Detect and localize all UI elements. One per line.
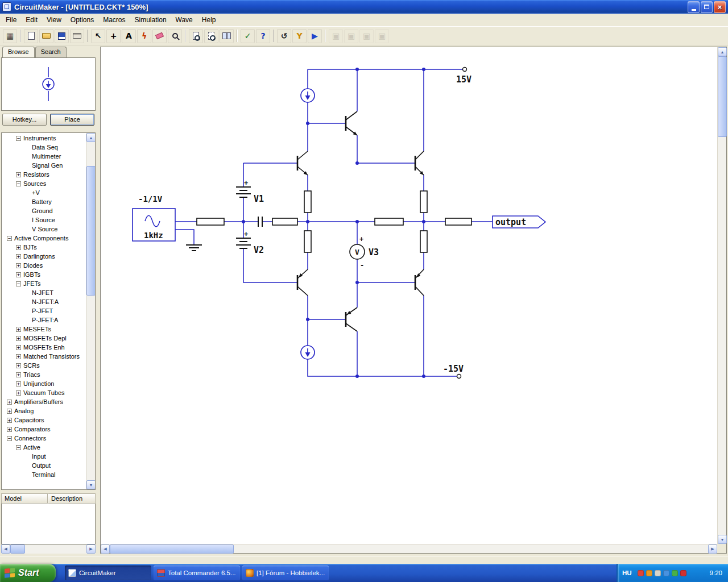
model-scrollbar[interactable]: ◀ ▶ (1, 544, 96, 554)
model-scrollbar-thumb[interactable] (10, 544, 25, 554)
tree-item-active[interactable]: −Active (2, 443, 85, 452)
expand-box[interactable]: + (16, 381, 21, 386)
tree-item-instruments[interactable]: −Instruments (2, 134, 85, 143)
expand-box[interactable]: + (16, 272, 21, 277)
menu-wave[interactable]: Wave (171, 14, 197, 26)
model-scroll-right-button[interactable]: ▶ (86, 544, 96, 554)
power-terminal-top[interactable]: 15V (456, 68, 471, 85)
collapse-box[interactable]: − (16, 136, 21, 141)
menu-view[interactable]: View (42, 14, 66, 26)
language-indicator[interactable]: HU (622, 569, 632, 576)
zoom-page-tool-button[interactable] (189, 29, 203, 43)
cascade-tool-button[interactable]: ▣ (359, 29, 374, 43)
expand-box[interactable]: + (16, 336, 21, 341)
expand-box[interactable]: + (16, 254, 21, 259)
canvas-horizontal-scrollbar-thumb[interactable] (110, 544, 234, 554)
tree-item-output[interactable]: Output (2, 461, 85, 470)
tree-item-darlingtons[interactable]: +Darlingtons (2, 252, 85, 261)
tab-search[interactable]: Search (35, 47, 67, 57)
close-button[interactable]: × (714, 1, 726, 13)
canvas-scroll-right-button[interactable]: ▶ (708, 544, 717, 554)
signal-source[interactable]: 1kHz -1/1V (133, 194, 175, 241)
open-file-button[interactable] (39, 29, 53, 43)
tree-item-mosfets-depl[interactable]: +MOSFETs Depl (2, 334, 85, 343)
tree-item-signal-gen[interactable]: Signal Gen (2, 161, 85, 170)
start-button[interactable]: Start (0, 564, 56, 582)
arrange-icons-tool-button[interactable]: ▣ (375, 29, 389, 43)
tree-item-capacitors[interactable]: +Capacitors (2, 415, 85, 425)
expand-box[interactable]: + (16, 345, 21, 350)
resistor-input[interactable] (197, 218, 224, 225)
canvas-scroll-up-button[interactable]: ▲ (718, 47, 727, 56)
expand-box[interactable]: + (16, 172, 21, 177)
tile-vertical-tool-button[interactable]: ▣ (344, 29, 358, 43)
tree-item-terminal[interactable]: Terminal (2, 470, 85, 479)
tree-item-unijunction[interactable]: +Unijunction (2, 379, 85, 388)
capacitor-c1[interactable] (258, 217, 262, 227)
tree-item-v-source[interactable]: V Source (2, 225, 85, 234)
menu-edit[interactable]: Edit (21, 14, 42, 26)
place-button[interactable]: Place (50, 114, 94, 126)
resistor-series-2[interactable] (375, 218, 403, 225)
panel-toggle-button[interactable]: ▦ (3, 29, 17, 43)
tab-browse[interactable]: Browse (2, 47, 35, 57)
update-icon[interactable] (646, 570, 652, 576)
collapse-box[interactable]: − (7, 436, 12, 441)
save-file-button[interactable] (55, 29, 69, 43)
canvas-vertical-scrollbar-thumb[interactable] (718, 56, 727, 137)
split-view-tool-button[interactable] (220, 29, 234, 43)
tree-item-data-seq[interactable]: Data Seq (2, 143, 85, 152)
tree-item-igbts[interactable]: +IGBTs (2, 270, 85, 279)
print-file-button[interactable] (70, 29, 84, 43)
volume-icon[interactable] (655, 570, 661, 576)
collapse-box[interactable]: − (16, 281, 21, 286)
expand-box[interactable]: + (16, 390, 21, 396)
wire-tool-button[interactable]: + (106, 29, 121, 43)
tree-item-i-source[interactable]: I Source (2, 215, 85, 225)
transistor-lower-right[interactable] (415, 269, 424, 296)
text-tool-button[interactable]: A (122, 29, 136, 43)
tree-item-mosfets-enh[interactable]: +MOSFETs Enh (2, 343, 85, 352)
current-source-bottom[interactable] (301, 346, 315, 359)
canvas-scroll-down-button[interactable]: ▼ (718, 535, 727, 544)
battery-v1[interactable]: + V1 (236, 179, 264, 204)
resistor-lower-right[interactable] (420, 231, 427, 252)
help-tool-button[interactable]: ? (256, 29, 270, 43)
canvas-vertical-scrollbar[interactable]: ▲ ▼ (717, 47, 726, 544)
expand-box[interactable]: + (16, 363, 21, 368)
reset-tool-button[interactable]: ↺ (277, 29, 291, 43)
menu-options[interactable]: Options (66, 14, 98, 26)
expand-box[interactable]: + (16, 263, 21, 268)
tree-scrollbar[interactable]: ▲ ▼ (86, 133, 95, 489)
transistor-driver-top[interactable] (346, 111, 357, 135)
expand-box[interactable]: + (16, 245, 21, 250)
probe-tool-button[interactable]: Y (292, 29, 307, 43)
tree-item-amplifiers-buffers[interactable]: +Amplifiers/Buffers (2, 397, 85, 406)
expand-box[interactable]: + (7, 409, 12, 414)
taskbar-task-3[interactable]: [1] Fórum - Hobbielek... (242, 566, 329, 580)
expand-box[interactable]: + (7, 427, 12, 432)
ground-symbol[interactable] (186, 245, 202, 251)
tile-horizontal-tool-button[interactable]: ▣ (329, 29, 343, 43)
tree-item-active-components[interactable]: −Active Components (2, 234, 85, 243)
tree-item-+v[interactable]: +V (2, 188, 85, 197)
expand-box[interactable]: + (7, 400, 12, 405)
tree-item-n-jfet-a[interactable]: N-JFET:A (2, 297, 85, 306)
minimize-button[interactable] (688, 1, 700, 13)
resistor-upper-right[interactable] (420, 191, 427, 213)
canvas-horizontal-scrollbar[interactable]: ◀ ▶ (101, 544, 717, 553)
tree-scroll-down-button[interactable]: ▼ (86, 480, 96, 489)
tree-item-analog[interactable]: +Analog (2, 406, 85, 415)
tree-item-multimeter[interactable]: Multimeter (2, 152, 85, 161)
tree-item-n-jfet[interactable]: N-JFET (2, 288, 85, 297)
tree-item-sources[interactable]: −Sources (2, 179, 85, 188)
tree-item-diodes[interactable]: +Diodes (2, 261, 85, 270)
expand-box[interactable]: + (16, 327, 21, 332)
model-column-header[interactable]: Model (1, 493, 48, 504)
menu-simulation[interactable]: Simulation (130, 14, 171, 26)
description-column-header[interactable]: Description (48, 493, 96, 504)
expand-box[interactable]: + (7, 418, 12, 423)
transistor-upper-left[interactable] (297, 151, 308, 175)
transistor-driver-bottom[interactable] (346, 307, 357, 331)
menu-macros[interactable]: Macros (98, 14, 130, 26)
